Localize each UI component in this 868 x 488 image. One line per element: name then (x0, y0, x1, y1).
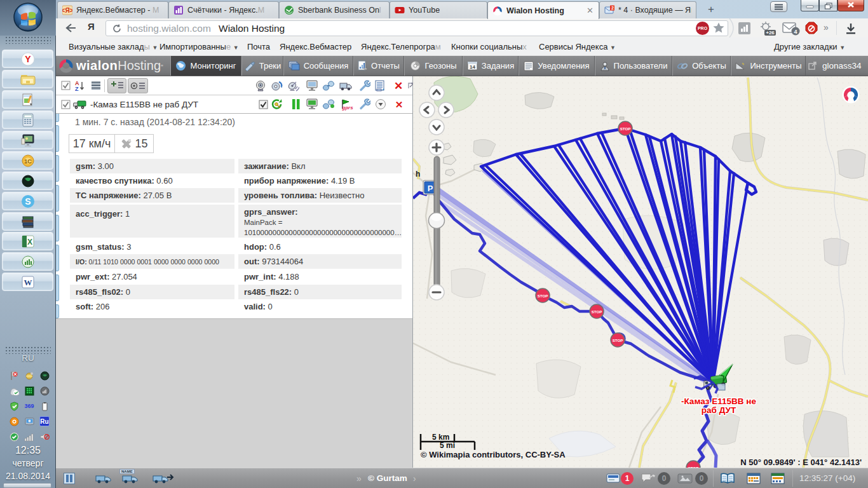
svg-text:N 50° 09.9849' : E 041° 42.141: N 50° 09.9849' : E 041° 42.1413' (740, 458, 862, 467)
svg-text:STOP: STOP (538, 294, 548, 298)
svg-text:Ru: Ru (40, 418, 48, 425)
svg-text:P: P (428, 184, 433, 193)
svg-text:X: X (27, 238, 32, 247)
svg-text:1С: 1С (24, 158, 32, 165)
svg-text:14: 14 (470, 64, 475, 70)
svg-text:STOP: STOP (592, 309, 602, 314)
svg-text:раб ДУТ: раб ДУТ (702, 405, 736, 415)
svg-text:S: S (25, 196, 31, 207)
svg-text:Z: Z (75, 86, 79, 92)
svg-text:STOP: STOP (620, 126, 631, 131)
svg-text:STOP: STOP (613, 338, 623, 342)
svg-text:5 mi: 5 mi (440, 441, 455, 450)
svg-text:<Я>: <Я> (62, 7, 72, 14)
svg-text:h: h (416, 170, 420, 179)
svg-text:W: W (24, 278, 32, 287)
svg-text:© Wikimapia contributors, CC-B: © Wikimapia contributors, CC-BY-SA (421, 450, 566, 459)
svg-text:5 km: 5 km (432, 433, 449, 442)
svg-text:+26: +26 (766, 30, 775, 36)
svg-text:4: 4 (794, 29, 797, 35)
svg-text:gprs: gprs (341, 105, 353, 111)
svg-text:Y: Y (25, 54, 31, 64)
svg-text:2: 2 (611, 6, 614, 10)
svg-text:-Камаз Е115ВВ не: -Камаз Е115ВВ не (681, 396, 757, 406)
